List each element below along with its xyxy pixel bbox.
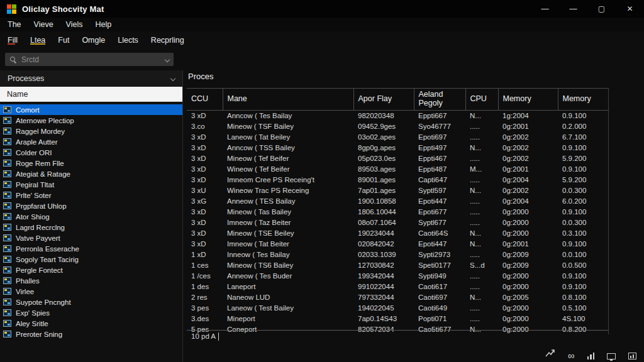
table-row[interactable]: 3 xDAnncow ( Tes Bailay982020348Eppti667… [187, 110, 608, 121]
table-cell: 3 xG [187, 195, 223, 206]
table-cell: ..... [465, 313, 498, 324]
table-row[interactable]: 3 xDImneow ( Taz Beiter08o07.1064Syptl67… [187, 217, 608, 228]
column-header-name[interactable]: Mane [223, 89, 353, 111]
table-row[interactable]: 3 xGAnneow ( TES Bailay1900.10858Epoti44… [187, 195, 608, 206]
list-item[interactable]: Pegiral Tltat [0, 179, 182, 190]
table-cell: 0.8.100 [558, 292, 608, 302]
chevron-down-icon[interactable] [165, 57, 170, 62]
table-row[interactable]: 2 resNaneow LUD797332044Caoti697N...0g:2… [187, 292, 608, 302]
text-cursor [218, 332, 219, 341]
table-cell: 3 xD [187, 206, 223, 217]
list-item[interactable]: Exp' Spies [0, 307, 182, 318]
menu-item-tools[interactable]: Viels [60, 20, 89, 29]
list-item-label: Sogoly Teart Tacirig [16, 256, 79, 263]
list-item[interactable]: Ategiat & Ratage [0, 168, 182, 179]
table-row[interactable]: 1 /cesAnneow ( Tes Buder199342044Sypti94… [187, 270, 608, 281]
table-row[interactable]: 1 desLaneport991022044Caoti617.....0g:20… [187, 281, 608, 292]
search-input[interactable]: Srctd [5, 53, 174, 66]
app-icon [3, 192, 11, 199]
list-item[interactable]: Raggel Mordey [0, 126, 182, 136]
column-header-memory-2[interactable]: Memory [558, 89, 608, 111]
toolbar-item-1[interactable]: Ltea [24, 36, 52, 45]
table-row[interactable]: 3 xDMineow ( Tef Beifer05p023.0esEppti46… [187, 153, 608, 163]
trend-icon[interactable] [545, 348, 555, 359]
table-cell: 3 xD [187, 131, 223, 142]
table-row[interactable]: 3 xDWineow ( Tef Beifer89503.agesEppti48… [187, 163, 608, 174]
list-item-label: Ator Shiog [16, 213, 50, 221]
list-item[interactable]: Sogoly Teart Tacirig [0, 254, 182, 265]
close-button[interactable]: ✕ [616, 0, 644, 18]
column-header-aeland-pegoly[interactable]: Aeland Pegoly [414, 89, 465, 111]
list-item[interactable]: Vatve Payvert [0, 233, 182, 243]
list-item[interactable]: Aternowe Plectiop [0, 115, 182, 126]
table-cell: Sypti949 [414, 270, 465, 281]
process-table-body: 3 xDAnncow ( Tes Bailay982020348Eppti667… [187, 110, 608, 334]
list-item[interactable]: Comort [0, 104, 182, 115]
table-cell: 0g:2002 [498, 131, 558, 142]
app-icon [3, 277, 11, 284]
maximize-button[interactable]: ▢ [587, 0, 616, 18]
list-item[interactable]: Colder ORI [0, 147, 182, 158]
table-cell: ..... [465, 121, 498, 131]
app-icon [3, 331, 11, 337]
table-row[interactable]: 3 xDImneow ( Tat Beiter020842042Epoti447… [187, 238, 608, 249]
table-row[interactable]: 3 xUWineow Trac PS Receing7ap01.agesSypt… [187, 185, 608, 195]
menu-item-file[interactable]: The [1, 20, 28, 29]
column-header-ccu[interactable]: CCU [187, 89, 223, 111]
chart-board-icon[interactable] [628, 353, 636, 359]
list-item[interactable]: Suypote Pncnght [0, 297, 182, 307]
table-cell: Epoti447 [414, 238, 465, 249]
list-item[interactable]: Preroter Sning [0, 329, 182, 339]
table-cell: 7ap01.ages [353, 185, 414, 195]
list-item[interactable]: Roge Rem Flle [0, 158, 182, 168]
toolbar-item-3[interactable]: Omgle [75, 36, 111, 45]
table-row[interactable]: 3 pesLaneow ( Test Bailey194022045Caoti6… [187, 302, 608, 313]
list-item[interactable]: Aley Sritle [0, 318, 182, 329]
table-cell: 4S.100 [558, 313, 608, 324]
toolbar-item-4[interactable]: Llects [111, 36, 145, 45]
list-item[interactable]: Pergle Fontect [0, 265, 182, 275]
list-item[interactable]: Perronla Esserache [0, 243, 182, 254]
table-row[interactable]: 3 xDMineow ( TSE Beiley190234044Caoti64S… [187, 228, 608, 238]
list-item-label: Pegiral Tltat [16, 181, 54, 189]
list-item[interactable]: Araple Autter [0, 136, 182, 147]
table-row[interactable]: 1 cesMineow ( TS6 Bailey127030842Speti01… [187, 260, 608, 270]
list-item[interactable]: Prgpfarat Uhlop [0, 200, 182, 211]
list-item[interactable]: Prlte' Soter [0, 190, 182, 200]
table-cell: Caoti649 [414, 302, 465, 313]
column-header-memory-1[interactable]: Memory [498, 89, 558, 111]
list-item-label: Araple Autter [16, 138, 57, 146]
table-cell: 0g:2001 [498, 238, 558, 249]
table-row[interactable]: 3 xDMineow ( Tas Bailey1806.10044Epoti67… [187, 206, 608, 217]
window-title: Oliclay Shocvity Mat [22, 4, 104, 14]
processes-dropdown[interactable]: Processes [0, 70, 182, 87]
list-item[interactable]: Lagrd Recrclng [0, 222, 182, 233]
menu-item-view[interactable]: Vieve [28, 20, 60, 29]
menu-item-help[interactable]: Help [89, 20, 118, 29]
column-header-cpu[interactable]: CPU [465, 89, 498, 111]
table-cell: ..... [465, 195, 498, 206]
table-row[interactable]: 3 xDImneom Cree PS Receing't89001.agesCa… [187, 174, 608, 185]
bar-chart-icon[interactable] [587, 352, 595, 359]
search-icon [9, 56, 17, 63]
toolbar-item-2[interactable]: Fut [52, 36, 75, 45]
table-row[interactable]: 1 xDInneow ( Tes Bailay02033.1039Sypti29… [187, 249, 608, 260]
name-column-header[interactable]: Name [0, 87, 182, 102]
toolbar-item-5[interactable]: Recprling [145, 36, 191, 45]
column-header-apor-flay[interactable]: Apor Flay [353, 89, 414, 111]
table-footer-row[interactable]: 10 pd A [187, 330, 608, 343]
table-row[interactable]: 3 xDLaneow ( Tat Beiley03o02.apesEpoti69… [187, 131, 608, 142]
toolbar-item-0[interactable]: Fill [1, 36, 24, 45]
list-item[interactable]: Ator Shiog [0, 211, 182, 222]
table-row[interactable]: 3.desMineport7ap0.14S43Popti071.....0g:2… [187, 313, 608, 324]
list-item[interactable]: Virlee [0, 286, 182, 297]
table-row[interactable]: 3 xDAnncow ( TSS Bailey8gp0g.apesEppti49… [187, 142, 608, 153]
minimize-button[interactable]: — [531, 0, 559, 18]
infinity-icon[interactable]: ∞ [568, 352, 575, 359]
sidebar: Processes Name ComortAternowe PlectiopRa… [0, 70, 183, 362]
monitor-icon[interactable] [607, 353, 616, 359]
minimize-button-2[interactable]: — [559, 0, 587, 18]
table-row[interactable]: 3.coMineow ( TSF Bailey09452.9gesSyo4677… [187, 121, 608, 131]
list-item[interactable]: Phalles [0, 275, 182, 286]
table-cell: 0.9.100 [558, 163, 608, 174]
